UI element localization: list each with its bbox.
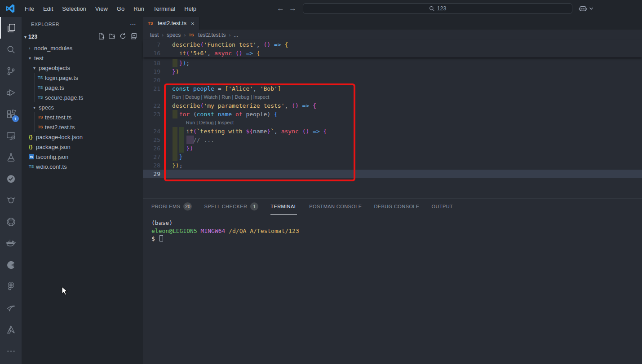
docker-icon[interactable] [0,232,22,254]
swoosh-icon[interactable] [0,297,22,319]
search-icon[interactable] [0,39,22,60]
menu-run[interactable]: Run [129,4,148,14]
test-flask-icon[interactable] [0,146,22,168]
line-number: 19 [143,67,172,76]
tab-bar: TS test2.test.ts × [143,17,642,30]
panel-tab-label: POSTMAN CONSOLE [309,204,362,209]
chevron-down-icon: ▾ [33,66,39,70]
ts-file-icon: TS [38,85,45,90]
panel-tab-output[interactable]: OUTPUT [432,198,453,215]
token: `testing with [197,128,246,135]
line-number: 16 [143,49,172,57]
file-package-lock-json[interactable]: {}package-lock.json [22,132,143,142]
pacman-icon[interactable] [0,254,22,276]
chevron-down-icon: ▾ [33,105,39,110]
check-circle-icon[interactable] [0,168,22,189]
file-tsconfig-json[interactable]: tstsconfig.json [22,152,143,162]
file-wdio-conf-ts[interactable]: TSwdio.conf.ts [22,162,143,171]
extensions-icon[interactable]: 1 [0,103,22,125]
github-icon[interactable] [0,211,22,232]
file-login-page-ts[interactable]: TSlogin.page.ts [22,73,143,83]
token [172,153,179,160]
remote-explorer-icon[interactable] [0,125,22,146]
terminal-output[interactable]: (base)eleon@LEGION5 MINGW64 /d/QA_A/Test… [143,215,642,243]
menu-go[interactable]: Go [113,4,128,14]
new-file-icon[interactable] [98,33,105,41]
new-folder-icon[interactable] [109,33,115,41]
breadcrumb-item-test2-test-ts[interactable]: TStest2.test.ts [189,32,226,38]
token: { [323,128,327,135]
breadcrumb-item-specs[interactable]: specs [167,32,181,38]
cat-icon[interactable] [0,189,22,211]
code-line: 28}); [143,161,642,170]
codelens-row[interactable]: Run | Debug | Inspect [143,118,642,127]
panel-tab-badge: 20 [183,202,192,211]
panel-tab-terminal[interactable]: TERMINAL [270,198,297,215]
line-number: 28 [143,161,172,170]
file-package-json[interactable]: {}package.json [22,142,143,152]
explorer-more-button[interactable]: ⋯ [130,21,137,28]
token: name [253,128,267,135]
menu-view[interactable]: View [91,4,112,14]
code-text: describe('Function test', () => { [172,40,288,49]
figma-icon[interactable] [0,276,22,297]
more-icon[interactable] [0,340,22,362]
copilot-menu[interactable] [579,4,593,13]
forward-arrow-icon[interactable]: → [289,4,297,13]
menu-file[interactable]: File [21,4,38,14]
token: { [257,50,260,57]
line-number: 29 [143,170,172,178]
refresh-icon[interactable] [120,33,126,41]
command-search-input[interactable]: 123 [303,3,572,14]
token: => [274,41,281,48]
file-test2-test-ts[interactable]: TStest2.test.ts [22,122,143,132]
folder-test[interactable]: ▾test [22,53,143,63]
panel-tab-postman-console[interactable]: POSTMAN CONSOLE [309,198,362,215]
tab-test2-test-ts[interactable]: TS test2.test.ts × [143,17,199,30]
folder-pageobjects[interactable]: ▾pageobjects [22,63,143,73]
tree-item-label: page.ts [45,84,64,91]
codelens-row[interactable]: Run | Debug | Watch | Run | Debug | Insp… [143,93,642,101]
line-number: 24 [143,127,172,136]
breadcrumb-item--[interactable]: ... [234,32,238,38]
panel-tab-spell-checker[interactable]: SPELL CHECKER1 [204,198,258,215]
file-test-test-ts[interactable]: TStest.test.ts [22,112,143,122]
azure-icon[interactable] [0,319,22,340]
token: ; [179,162,183,169]
code-text: }); [172,59,190,67]
run-debug-icon[interactable] [0,82,22,103]
back-arrow-icon[interactable]: ← [277,4,284,13]
folder-specs[interactable]: ▾specs [22,102,143,112]
token [172,60,179,66]
breadcrumb-separator: › [184,32,186,38]
token [214,111,218,118]
explorer-icon[interactable] [0,17,22,39]
code-line: 26 }) [143,144,642,153]
workspace-root-row[interactable]: ▾ 123 [22,31,143,42]
menu-help[interactable]: Help [180,4,200,14]
tree-item-label: specs [39,104,54,111]
token: it [186,128,193,135]
token [190,85,193,92]
code-line: 7describe('Function test', () => { [143,40,642,49]
menu-selection[interactable]: Selection [58,4,90,14]
panel-tab-problems[interactable]: PROBLEMS20 [151,198,192,215]
source-control-icon[interactable] [0,60,22,82]
folder-node-modules[interactable]: ›node_modules [22,43,143,53]
menu-terminal[interactable]: Terminal [149,4,179,14]
bottom-panel: PROBLEMS20SPELL CHECKER1TERMINALPOSTMAN … [143,198,642,364]
close-icon[interactable]: × [191,20,195,27]
code-line: 25 // ... [143,136,642,144]
token: () [235,50,243,57]
collapse-all-icon[interactable] [130,33,137,41]
file-secure-page-ts[interactable]: TSsecure.page.ts [22,92,143,102]
token [172,136,193,143]
token [299,128,302,135]
file-page-ts[interactable]: TSpage.ts [22,83,143,92]
code-line: 19}) [143,67,642,76]
breadcrumb-item-test[interactable]: test [150,32,159,38]
code-editor[interactable]: 7describe('Function test', () => {16 it(… [143,40,642,198]
menu-edit[interactable]: Edit [39,4,57,14]
code-text: } [172,153,182,161]
panel-tab-debug-console[interactable]: DEBUG CONSOLE [374,198,419,215]
